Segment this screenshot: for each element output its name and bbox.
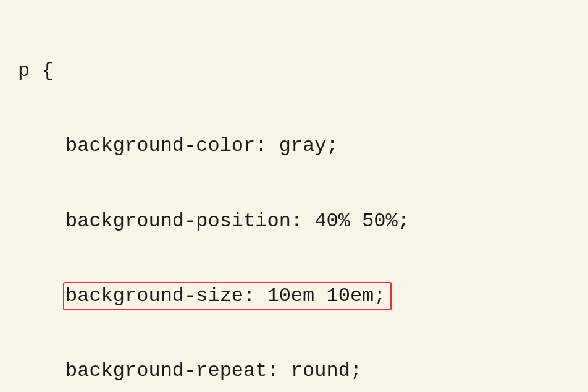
css-declaration-line: background-position: 40% 50%; bbox=[12, 211, 576, 232]
css-highlighted-line: background-size: 10em 10em; bbox=[63, 282, 392, 310]
css-selector-line: p { bbox=[12, 61, 576, 82]
css-declaration-line: background-color: gray; bbox=[12, 135, 576, 156]
css-declaration-line: background-repeat: round; bbox=[12, 360, 576, 381]
css-code-block: p { background-color: gray; background-p… bbox=[12, 12, 576, 392]
